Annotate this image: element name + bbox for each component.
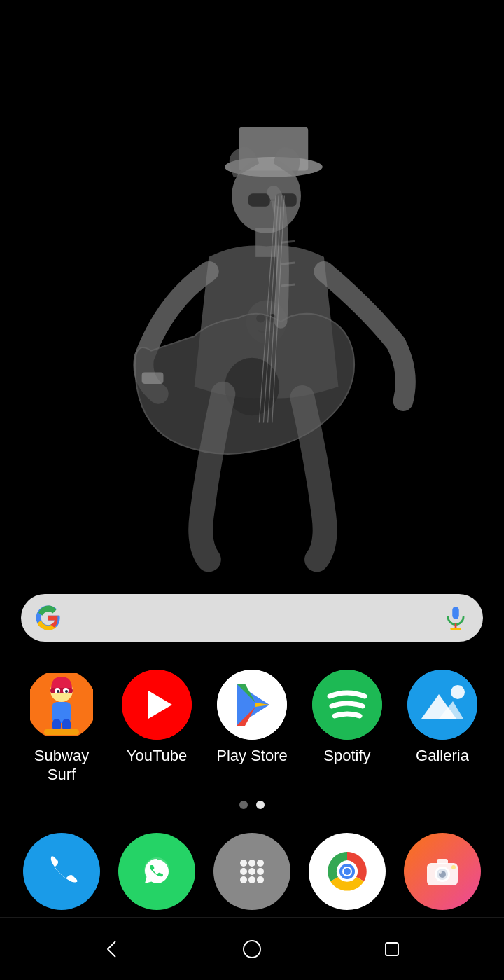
- apps-grid: Subway Surf YouTube: [0, 656, 504, 791]
- dock-camera[interactable]: [404, 833, 481, 910]
- home-screen: Subway Surf YouTube: [0, 0, 504, 980]
- galleria-label: Galleria: [416, 747, 469, 765]
- page-dot-2: [256, 801, 265, 809]
- svg-point-44: [451, 685, 465, 699]
- nav-bar: [0, 917, 504, 980]
- svg-rect-19: [452, 607, 459, 619]
- svg-point-48: [257, 860, 264, 867]
- app-galleria[interactable]: Galleria: [400, 670, 484, 765]
- grid-icon: [231, 850, 273, 892]
- app-play-store[interactable]: Play Store: [210, 670, 294, 765]
- dock-app-drawer[interactable]: [214, 833, 290, 910]
- nav-recents-button[interactable]: [371, 928, 413, 970]
- svg-point-54: [257, 876, 264, 883]
- app-youtube[interactable]: YouTube: [115, 670, 199, 765]
- dock-chrome[interactable]: [309, 833, 386, 910]
- dock-whatsapp[interactable]: [118, 833, 195, 910]
- svg-point-51: [257, 868, 264, 875]
- svg-point-28: [65, 690, 68, 693]
- page-dot-1: [239, 801, 248, 809]
- svg-point-65: [439, 871, 442, 874]
- google-logo-icon: [35, 605, 62, 631]
- subway-surf-icon[interactable]: [27, 670, 97, 740]
- subway-surf-label: Subway Surf: [20, 747, 104, 784]
- chrome-icon: [326, 850, 368, 892]
- dock: [0, 819, 504, 917]
- svg-rect-32: [44, 729, 79, 735]
- galleria-icon[interactable]: [407, 670, 477, 740]
- youtube-label: YouTube: [127, 747, 187, 765]
- mic-icon[interactable]: [442, 605, 469, 631]
- camera-icon: [421, 850, 463, 892]
- play-store-label: Play Store: [216, 747, 288, 765]
- app-subway-surf[interactable]: Subway Surf: [20, 670, 104, 784]
- spotify-label: Spotify: [323, 747, 370, 765]
- svg-point-50: [248, 868, 255, 875]
- svg-point-49: [240, 868, 247, 875]
- status-bar: [0, 0, 504, 28]
- svg-rect-66: [437, 859, 448, 864]
- svg-point-46: [240, 860, 247, 867]
- svg-rect-24: [50, 688, 73, 693]
- spotify-icon[interactable]: [312, 670, 382, 740]
- svg-point-68: [244, 941, 260, 958]
- svg-point-59: [344, 868, 351, 875]
- wallpaper-area: [0, 28, 504, 594]
- svg-point-27: [57, 690, 59, 693]
- nav-home-button[interactable]: [231, 928, 273, 970]
- svg-point-52: [240, 876, 247, 883]
- google-search-bar[interactable]: [21, 594, 483, 642]
- svg-point-53: [248, 876, 255, 883]
- youtube-icon[interactable]: [122, 670, 192, 740]
- dock-phone[interactable]: [23, 833, 100, 910]
- search-area: [0, 594, 504, 656]
- page-indicator: [0, 791, 504, 819]
- svg-point-67: [451, 865, 456, 869]
- svg-point-47: [248, 860, 255, 867]
- play-store-icon[interactable]: [217, 670, 287, 740]
- svg-rect-69: [386, 943, 398, 955]
- phone-icon: [41, 850, 83, 892]
- whatsapp-icon: [136, 850, 178, 892]
- nav-back-button[interactable]: [91, 928, 133, 970]
- app-spotify[interactable]: Spotify: [305, 670, 389, 765]
